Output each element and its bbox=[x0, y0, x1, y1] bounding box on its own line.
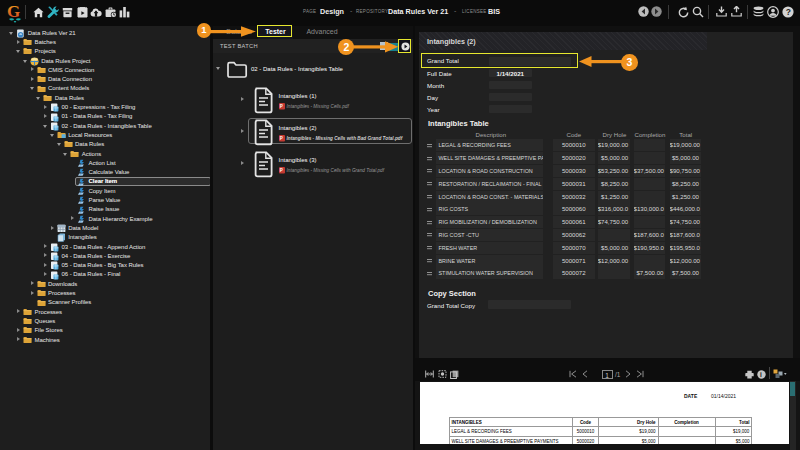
svg-text:P: P bbox=[279, 104, 282, 109]
svg-text:P: P bbox=[279, 136, 282, 141]
svg-text:?: ? bbox=[785, 7, 790, 17]
svg-text:P: P bbox=[279, 168, 282, 173]
svg-text:i: i bbox=[760, 370, 762, 377]
